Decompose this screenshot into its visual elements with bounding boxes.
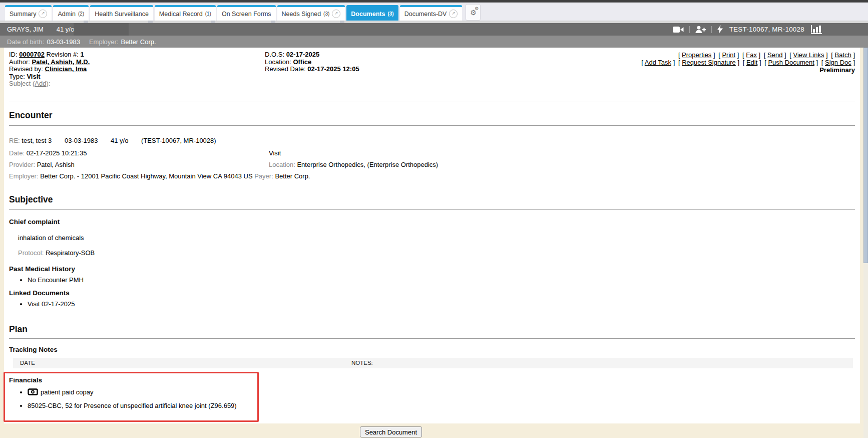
tracking-notes-table-header: DATE NOTES: [13,358,853,368]
re-age: 41 y/o [111,137,128,144]
financial-item-text: 85025-CBC, 52 for Presence of unspecifie… [28,402,237,409]
encounter-provider-row: Provider: Patel, Ashish Location: Enterp… [9,161,855,169]
financials-heading: Financials [9,376,237,384]
tab-admin[interactable]: Admin (2) [53,5,89,21]
tab-label: Medical Record [159,11,203,18]
chart-tab-bar: Summary ↗ Admin (2) Health Surveillance … [0,3,868,21]
revision-label: Revision #: [47,51,79,58]
revised-date-label: Revised Date: [265,65,306,73]
patient-header-bar: GRAYS, JIM 41 y/o TEST-10067, MR-10028 [0,23,868,36]
chief-complaint-text: inhalation of chemicals [18,234,855,242]
dos-row: D.O.S: 02-17-2025 [265,51,359,59]
subjective-divider [9,209,855,210]
re-dob: 03-03-1983 [65,137,98,144]
search-document-button[interactable]: Search Document [360,426,422,437]
tab-count: (1) [205,11,211,17]
location-row: Location: Office [265,59,359,66]
encounter-divider [9,125,855,126]
fax-link[interactable]: Fax [746,51,757,59]
popout-icon[interactable]: ↗ [332,10,340,18]
actions-row-2: Add Task Request Signature Edit Push Doc… [640,59,855,66]
enc-location-label: Location: [269,161,295,168]
author-label: Author: [9,58,30,66]
tab-settings-button[interactable]: ⚙ ⚙ [466,4,481,21]
re-label: RE: [9,137,20,144]
document-view: ID: 0000702 Revision #: 1 Author: Patel,… [4,48,860,423]
linked-documents-list: Visit 02-17-2025 [9,300,855,308]
notes-column-header: NOTES: [351,358,373,368]
divider [689,26,690,33]
payer-label: Payer: [254,172,273,180]
tab-dropdown-notch[interactable] [271,21,275,23]
tab-documents-dv[interactable]: Documents-DV ↗ [400,5,463,21]
provider-label: Provider: [9,161,35,168]
tab-dropdown-notch[interactable] [84,21,88,23]
re-name: test, test 3 [22,137,52,144]
dos-value: 02-17-2025 [286,51,320,58]
payer-value: Better Corp. [275,172,310,180]
financial-item-text: patient paid copay [41,388,94,396]
tab-health-surveillance[interactable]: Health Surveillance [90,5,153,21]
protocol-value: Respiratory-SOB [46,249,95,257]
date-value: 02-17-2025 10:21:35 [27,149,87,157]
subject-label-end: ): [46,80,50,87]
date-column-header: DATE [20,360,35,366]
vertical-scrollbar-track[interactable] [863,48,868,438]
plan-heading: Plan [9,323,855,335]
print-link[interactable]: Print [722,51,735,59]
tab-summary[interactable]: Summary ↗ [5,5,52,21]
add-task-link[interactable]: Add Task [645,59,671,66]
revision-value: 1 [80,51,84,58]
lightning-bolt-icon[interactable] [717,25,723,34]
send-link[interactable]: Send [767,51,782,59]
batch-link[interactable]: Batch [835,51,851,59]
tab-label: Admin [58,11,75,18]
request-signature-link[interactable]: Request Signature [682,59,736,66]
video-camera-icon[interactable] [673,26,684,33]
dob-label: Date of birth: [0,38,44,46]
patient-info-bar: Date of birth: 03-03-1983 Employer: Bett… [0,36,868,48]
tab-dropdown-notch[interactable] [148,21,153,23]
push-document-link[interactable]: Push Document [768,59,814,66]
tab-count: (3) [323,11,329,17]
re-row: RE: test, test 3 03-03-1983 41 y/o (TEST… [9,137,855,145]
bar-chart-icon[interactable] [811,25,822,34]
list-item: No Encounter PMH [28,276,855,284]
patient-bar-highlight [74,23,129,36]
pmh-heading: Past Medical History [9,265,855,273]
sign-doc-link[interactable]: Sign Doc [825,59,851,66]
subject-add-link[interactable]: Add [35,80,46,87]
popout-icon[interactable]: ↗ [39,10,47,18]
subject-label: Subject ( [9,80,35,87]
date-label: Date: [9,149,25,157]
tab-documents[interactable]: Documents (3) [346,5,398,21]
revised-by-label: Revised by: [9,65,43,73]
tab-count: (3) [387,11,393,17]
tab-on-screen-forms[interactable]: On Screen Forms [217,5,276,21]
banknote-icon [28,388,38,397]
properties-link[interactable]: Properties [682,51,711,59]
employer-value: Better Corp. [121,38,156,46]
revised-date-value: 02-17-2025 12:05 [307,65,359,73]
doc-id-link[interactable]: 0000702 [19,51,45,58]
vertical-scrollbar-thumb[interactable] [863,48,868,263]
author-link[interactable]: Patel, Ashish, M.D. [32,58,90,66]
tab-medical-record[interactable]: Medical Record (1) [155,5,216,21]
enc-employer-label: Employer: [9,172,39,180]
view-links-link[interactable]: View Links [793,51,824,59]
dob-value: 03-03-1983 [47,38,80,46]
tab-label: Documents-DV [404,11,447,18]
header-divider [9,102,855,102]
patient-age: 41 y/o [57,26,74,33]
edit-link[interactable]: Edit [746,59,757,66]
revised-by-link[interactable]: Clinician, Ima [45,65,87,73]
protocol-label: Protocol: [18,249,44,257]
tab-needs-signed[interactable]: Needs Signed (3) ↗ [277,5,345,21]
popout-icon[interactable]: ↗ [449,10,458,18]
status-badge: Preliminary [640,66,855,74]
tab-dropdown-notch[interactable] [211,21,215,23]
tab-dropdown-notch[interactable] [340,21,344,23]
add-user-icon[interactable] [695,26,706,33]
encounter-date-row: Date: 02-17-2025 10:21:35 Visit [9,149,855,157]
financials-list: patient paid copay 85025-CBC, 52 for Pre… [9,388,237,410]
